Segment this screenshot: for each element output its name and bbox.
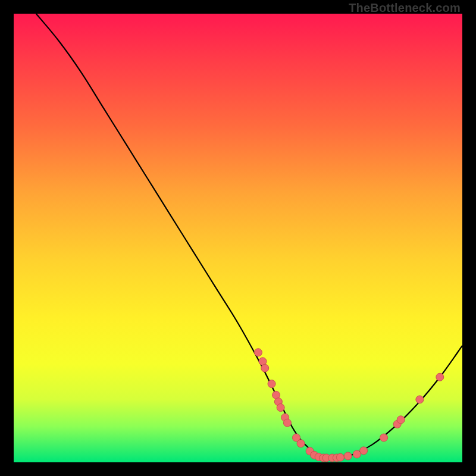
watermark-text: TheBottleneck.com	[349, 1, 461, 15]
curve-line	[36, 14, 462, 458]
scatter-point	[297, 440, 305, 447]
chart-svg	[14, 14, 462, 462]
scatter-point	[397, 416, 405, 424]
scatter-point	[268, 380, 275, 388]
scatter-point	[360, 447, 368, 455]
scatter-point	[261, 364, 269, 372]
chart-frame: TheBottleneck.com	[0, 0, 476, 476]
scatter-point	[344, 452, 352, 460]
scatter-point	[380, 434, 388, 441]
scatter-point	[277, 404, 284, 412]
scatter-point	[436, 373, 444, 381]
scatter-points	[254, 349, 443, 462]
scatter-point	[416, 396, 424, 403]
scatter-point	[254, 349, 262, 356]
scatter-point	[336, 453, 344, 461]
scatter-point	[283, 419, 291, 427]
